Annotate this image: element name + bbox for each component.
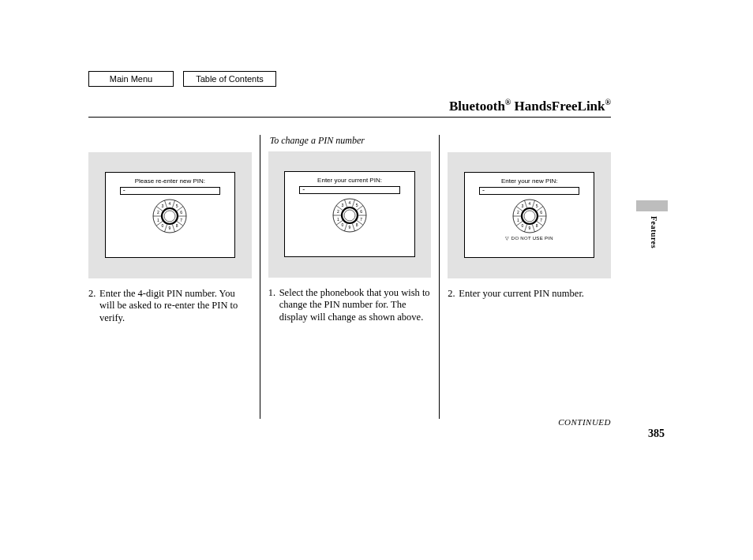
svg-text:7: 7	[360, 217, 362, 222]
dial-icon: 4567890123	[332, 197, 368, 233]
svg-text:3: 3	[342, 203, 344, 208]
screen-figure: Enter your current PIN: 4567890123	[268, 151, 432, 278]
screen-figure: Please re-enter new PIN: 4567890123	[88, 152, 252, 278]
svg-text:7: 7	[540, 218, 542, 222]
svg-text:9: 9	[528, 226, 530, 231]
main-menu-button[interactable]: Main Menu	[88, 71, 174, 87]
svg-text:8: 8	[176, 224, 178, 229]
table-of-contents-button[interactable]: Table of Contents	[183, 71, 276, 87]
svg-text:6: 6	[540, 210, 542, 215]
section-heading: To change a PIN number	[268, 135, 432, 147]
svg-text:6: 6	[360, 209, 362, 214]
title-row: Bluetooth® HandsFreeLink®	[88, 98, 611, 118]
svg-text:1: 1	[337, 217, 339, 222]
pin-field	[479, 187, 579, 195]
svg-point-48	[524, 211, 535, 222]
svg-text:5: 5	[535, 204, 538, 209]
manual-page: Main Menu Table of Contents Bluetooth® H…	[88, 71, 611, 419]
step-text: Select the phonebook that you wish to ch…	[279, 287, 432, 324]
column-1: Please re-enter new PIN: 4567890123	[88, 135, 260, 419]
continued-label: CONTINUED	[558, 417, 611, 427]
pin-field	[120, 187, 220, 195]
dial-icon: 4567890123	[511, 198, 548, 234]
side-section-label: Features	[650, 216, 658, 248]
svg-text:1: 1	[157, 218, 159, 222]
svg-text:2: 2	[157, 210, 159, 215]
step: 2. Enter your current PIN number.	[448, 288, 611, 301]
svg-line-40	[352, 224, 354, 232]
svg-text:2: 2	[517, 210, 519, 215]
svg-text:5: 5	[176, 204, 178, 209]
svg-text:9: 9	[169, 226, 171, 231]
svg-line-13	[173, 200, 175, 208]
svg-line-45	[345, 200, 347, 207]
svg-line-63	[532, 225, 534, 233]
svg-text:6: 6	[181, 210, 183, 215]
step-number: 2.	[448, 288, 459, 301]
svg-line-18	[165, 225, 167, 233]
column-3: Enter your new PIN: 4567890123	[439, 135, 611, 419]
svg-text:0: 0	[162, 224, 164, 229]
svg-line-68	[524, 200, 526, 208]
svg-text:0: 0	[342, 223, 344, 228]
svg-line-22	[165, 200, 167, 208]
svg-line-36	[352, 200, 354, 207]
svg-text:3: 3	[521, 204, 523, 209]
svg-text:3: 3	[162, 204, 164, 209]
content-columns: Please re-enter new PIN: 4567890123	[88, 135, 611, 419]
svg-text:8: 8	[535, 224, 538, 229]
page-number: 385	[648, 427, 665, 440]
svg-line-41	[345, 224, 347, 232]
column-2: To change a PIN number Enter your curren…	[260, 135, 440, 419]
svg-text:5: 5	[356, 203, 358, 208]
svg-text:4: 4	[169, 202, 171, 207]
step-text: Enter your current PIN number.	[459, 288, 611, 301]
svg-point-25	[344, 210, 355, 221]
screen-inner: Please re-enter new PIN: 4567890123	[105, 172, 235, 258]
pin-field	[299, 186, 399, 194]
screen-prompt-label: Enter your current PIN:	[317, 177, 382, 184]
svg-text:0: 0	[521, 224, 523, 229]
step-text: Enter the 4-digit PIN number. You will b…	[99, 288, 252, 325]
screen-note: ▽ DO NOT USE PIN	[505, 235, 553, 241]
step: 1. Select the phonebook that you wish to…	[268, 287, 432, 324]
svg-text:4: 4	[349, 201, 351, 206]
title-mid: HandsFreeLink	[511, 99, 605, 114]
title-pre: Bluetooth	[449, 99, 505, 114]
screen-prompt-label: Please re-enter new PIN:	[135, 177, 205, 185]
screen-prompt-label: Enter your new PIN:	[501, 177, 558, 185]
dial-icon: 4567890123	[152, 198, 188, 234]
screen-inner: Enter your current PIN: 4567890123	[284, 171, 414, 257]
svg-line-17	[173, 225, 175, 233]
svg-text:2: 2	[337, 209, 339, 214]
svg-line-64	[524, 225, 526, 233]
nav-buttons: Main Menu Table of Contents	[88, 71, 611, 87]
screen-inner: Enter your new PIN: 4567890123	[464, 172, 594, 258]
step-number: 2.	[88, 288, 99, 325]
svg-text:8: 8	[356, 223, 358, 228]
side-tab	[636, 200, 668, 211]
svg-text:9: 9	[349, 226, 351, 230]
svg-text:1: 1	[517, 218, 519, 222]
page-title: Bluetooth® HandsFreeLink®	[449, 98, 611, 114]
svg-point-2	[164, 211, 175, 222]
step-number: 1.	[268, 287, 279, 324]
svg-text:4: 4	[528, 202, 530, 207]
step: 2. Enter the 4-digit PIN number. You wil…	[88, 288, 252, 325]
reg-mark-icon: ®	[605, 98, 611, 106]
screen-figure: Enter your new PIN: 4567890123	[448, 152, 611, 278]
svg-line-59	[532, 200, 534, 208]
svg-text:7: 7	[181, 218, 183, 222]
